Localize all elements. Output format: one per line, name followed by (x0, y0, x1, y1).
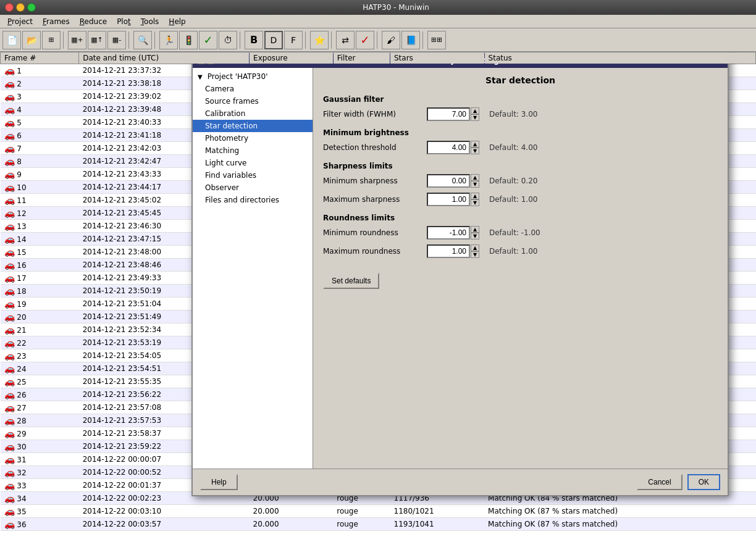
car-icon: 🚗 (4, 312, 15, 322)
tree-item-light-curve[interactable]: Light curve (193, 157, 313, 169)
field-max-sharpness-input[interactable] (427, 193, 470, 206)
toolbar: 📄 📂 ⊞ ▦+ ▦↑ ▦- 🔍 🏃 🚦 ✓ ⏱ B D F ⭐ ⇄ ✓ 🖌 📘… (0, 28, 756, 52)
field-filter-width-up[interactable]: ▲ (471, 107, 479, 114)
field-detection-threshold-up[interactable]: ▲ (471, 141, 479, 148)
tree-item-camera[interactable]: Camera (193, 83, 313, 95)
menu-project[interactable]: Project (2, 16, 38, 27)
cell-frame: 🚗 36 (1, 518, 79, 531)
field-detection-threshold-down[interactable]: ▼ (471, 148, 479, 154)
field-filter-width-input[interactable] (427, 107, 470, 121)
field-max-roundness-up[interactable]: ▲ (471, 244, 479, 251)
tree-item-calibration[interactable]: Calibration (193, 107, 313, 120)
tree-item-star-detection[interactable]: Star detection (193, 120, 313, 132)
toolbar-sep-4 (240, 31, 242, 49)
grid-icon[interactable]: ⊞⊞ (427, 31, 446, 49)
cell-status: Matching OK (87 % stars matched) (484, 518, 755, 531)
field-min-sharpness-input[interactable] (427, 174, 470, 188)
cell-frame: 🚗 5 (1, 116, 79, 129)
car-icon: 🚗 (4, 506, 15, 516)
cell-frame: 🚗 3 (1, 90, 79, 103)
project-settings-dialog[interactable]: × − Project settings ▼ Project 'HATP30' … (191, 52, 729, 496)
field-min-sharpness-default: Default: 0.20 (489, 177, 537, 185)
set-defaults-button[interactable]: Set defaults (323, 273, 379, 289)
tree-item-files-dirs[interactable]: Files and directories (193, 194, 313, 206)
field-min-sharpness: Minimum sharpness ▲ ▼ Default: 0.20 (323, 174, 718, 188)
new-icon[interactable]: 📄 (2, 31, 21, 49)
field-detection-threshold-spinners: ▲ ▼ (471, 141, 479, 154)
car-icon: 🚗 (4, 208, 15, 218)
table-row[interactable]: 🚗 35 2014-12-22 00:03:10 20.000 rouge 11… (1, 505, 756, 518)
cell-stars: 1193/1041 (390, 518, 485, 531)
add-dir-icon[interactable]: ▦↑ (88, 31, 106, 49)
field-min-roundness-up[interactable]: ▲ (471, 226, 479, 233)
menu-help[interactable]: Help (164, 16, 190, 27)
toolbar-sep-8 (422, 31, 425, 49)
car-icon: 🚗 (4, 143, 15, 153)
dialog-body: ▼ Project 'HATP30' Camera Source frames … (193, 68, 728, 469)
minimize-button[interactable] (16, 3, 25, 12)
field-filter-width-down[interactable]: ▼ (471, 114, 479, 121)
field-max-sharpness: Maximum sharpness ▲ ▼ Default: 1.00 (323, 193, 718, 206)
settings-title: Star detection (323, 75, 718, 85)
cell-frame: 🚗 23 (1, 349, 79, 362)
zoom-icon[interactable]: 🔍 (133, 31, 152, 49)
tree-item-source-frames[interactable]: Source frames (193, 95, 313, 107)
arrows-icon[interactable]: ⇄ (336, 31, 355, 49)
settings-icon[interactable]: ⊞ (42, 31, 61, 49)
star-icon[interactable]: ⭐ (310, 31, 329, 49)
section-gaussian-filter: Gaussian filter (323, 95, 718, 104)
toolbar-sep-3 (154, 31, 157, 49)
tree-root-label: Project 'HATP30' (208, 72, 268, 81)
tree-item-find-variables[interactable]: Find variables (193, 169, 313, 181)
table-row[interactable]: 🚗 36 2014-12-22 00:03:57 20.000 rouge 11… (1, 518, 756, 531)
field-max-sharpness-up[interactable]: ▲ (471, 193, 479, 199)
field-max-roundness-input[interactable] (427, 244, 470, 258)
field-detection-threshold-input[interactable] (427, 141, 470, 154)
field-max-sharpness-wrap: ▲ ▼ (427, 193, 479, 206)
ok-button[interactable]: OK (687, 474, 720, 490)
section-min-brightness: Minimum brightness (323, 128, 718, 137)
field-max-roundness-down[interactable]: ▼ (471, 251, 479, 258)
field-min-roundness-input[interactable] (427, 226, 470, 240)
field-min-sharpness-up[interactable]: ▲ (471, 174, 479, 181)
cell-frame: 🚗 9 (1, 168, 79, 181)
tree-item-observer[interactable]: Observer (193, 181, 313, 194)
check-icon[interactable]: ✓ (199, 31, 217, 49)
help-button[interactable]: Help (200, 474, 238, 490)
car-icon: 🚗 (4, 221, 15, 231)
add-frame-icon[interactable]: ▦+ (68, 31, 86, 49)
menu-frames[interactable]: Frames (38, 16, 75, 27)
cancel-button[interactable]: Cancel (637, 474, 682, 490)
footer-right: Cancel OK (637, 474, 720, 490)
field-max-sharpness-down[interactable]: ▼ (471, 199, 479, 206)
cell-frame: 🚗 8 (1, 155, 79, 168)
field-min-roundness-down[interactable]: ▼ (471, 233, 479, 240)
tree-item-photometry[interactable]: Photometry (193, 132, 313, 144)
remove-icon[interactable]: ▦- (107, 31, 126, 49)
field-max-roundness-wrap: ▲ ▼ (427, 244, 479, 258)
field-min-roundness-default: Default: -1.00 (489, 228, 540, 237)
traffic-icon[interactable]: 🚦 (179, 31, 198, 49)
car-icon: 🚗 (4, 493, 15, 503)
brush-icon[interactable]: 🖌 (382, 31, 400, 49)
d-icon[interactable]: D (264, 31, 283, 49)
f-icon[interactable]: F (284, 31, 303, 49)
book-icon[interactable]: 📘 (401, 31, 420, 49)
car-icon: 🚗 (4, 390, 15, 399)
tree-item-matching[interactable]: Matching (193, 144, 313, 157)
window-title: HATP30 - Muniwin (41, 3, 751, 12)
car-icon: 🚗 (4, 467, 15, 477)
cell-frame: 🚗 13 (1, 220, 79, 233)
tree-root[interactable]: ▼ Project 'HATP30' (193, 70, 313, 83)
menu-reduce[interactable]: Reduce (75, 16, 112, 27)
open-icon[interactable]: 📂 (22, 31, 41, 49)
b-icon[interactable]: B (245, 31, 263, 49)
run-icon[interactable]: 🏃 (159, 31, 178, 49)
maximize-button[interactable] (27, 3, 36, 12)
close-button[interactable] (5, 3, 14, 12)
field-min-sharpness-down[interactable]: ▼ (471, 181, 479, 188)
clock-icon[interactable]: ⏱ (219, 31, 237, 49)
menu-tools[interactable]: Tools (136, 16, 164, 27)
check2-icon[interactable]: ✓ (356, 31, 374, 49)
menu-plot[interactable]: Plot (112, 16, 136, 27)
